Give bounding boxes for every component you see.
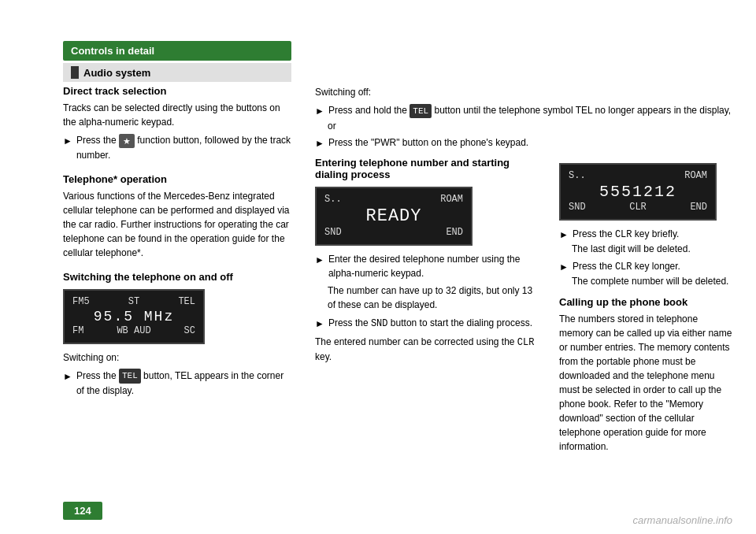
display-row-1: FM5 ST TEL (72, 295, 195, 309)
telephone-op-body: Various functions of the Mercedes-Benz i… (63, 189, 291, 260)
clr-bullet2: ► Press the CLR key longer. (559, 259, 732, 274)
switching-off-bullet2: ► Press the "PWR" button on the phone's … (315, 135, 732, 150)
clr-code-inline: CLR (517, 337, 535, 348)
display3-s: S.. (569, 169, 586, 183)
clr-text1: Press the CLR key briefly. (573, 227, 732, 242)
header-bar-title: Controls in detail (71, 45, 154, 57)
clr-note1: The last digit will be deleted. (572, 243, 732, 254)
direct-track-body: Tracks can be selected directly using th… (63, 101, 291, 129)
direct-track-bullet: ► Press the ★ function button, followed … (63, 133, 291, 162)
entering-correction: The entered number can be corrected usin… (315, 335, 536, 364)
page-container: Controls in detail Audio system Direct t… (0, 0, 756, 534)
display2-row1: S.. ROAM (324, 193, 463, 206)
switching-off-bullet1: ► Press and hold the TEL button until th… (315, 103, 732, 118)
bullet-arrow-6: ► (315, 317, 324, 331)
section-indicator (71, 66, 79, 79)
number-display-box: S.. ROAM 5551212 SND CLR END (559, 163, 717, 221)
switching-on-bullet: ► Press the TEL button, TEL appears in t… (63, 369, 291, 398)
display3-number: 5551212 (569, 183, 707, 201)
display2-roam: ROAM (440, 193, 463, 206)
radio-display-box: FM5 ST TEL 95.5 MHz FM WB AUD SC (63, 289, 205, 344)
direct-track-title: Direct track selection (63, 85, 291, 97)
page-number: 124 (63, 502, 102, 520)
star-function-button: ★ (119, 134, 135, 149)
display3-clr: CLR (629, 201, 647, 214)
switching-title: Switching the telephone on and off (63, 271, 291, 283)
header-bar: Controls in detail (63, 41, 291, 61)
entering-title: Entering telephone number and starting d… (315, 157, 536, 180)
display3-row3: SND CLR END (569, 201, 707, 214)
entering-text1: Enter the desired telephone number using… (328, 252, 536, 280)
direct-track-bullet-text: Press the ★ function button, followed by… (76, 133, 291, 162)
entering-section: Entering telephone number and starting d… (315, 157, 732, 454)
entering-left: Entering telephone number and starting d… (315, 157, 536, 454)
display-fm: FM (72, 324, 83, 338)
clr-code2: CLR (615, 261, 632, 273)
clr-text2: Press the CLR key longer. (573, 259, 732, 274)
bullet-arrow-2: ► (63, 369, 72, 398)
entering-bullet1: ► Enter the desired telephone number usi… (315, 252, 536, 280)
switching-on-label: Switching on: (63, 350, 291, 365)
display-sc: SC (184, 324, 195, 338)
clr-code1: CLR (615, 229, 632, 240)
display-frequency: 95.5 MHz (72, 309, 195, 324)
tel-button-box2: TEL (410, 104, 432, 119)
left-column: Direct track selection Tracks can be sel… (63, 85, 291, 495)
switching-off-text2: Press the "PWR" button on the phone's ke… (328, 135, 732, 150)
phonebook-body: The numbers stored in telephone memory c… (559, 312, 732, 454)
clr-note2: The complete number will be deleted. (572, 276, 732, 287)
phonebook-title: Calling up the phone book (559, 296, 732, 308)
section-bar: Audio system (63, 63, 291, 82)
bullet-arrow-7: ► (559, 228, 569, 242)
display2-snd: SND (324, 226, 342, 239)
display-row-3: FM WB AUD SC (72, 324, 195, 338)
display-tel: TEL (178, 295, 195, 309)
section-bar-label: Audio system (83, 67, 150, 79)
ready-display-box: S.. ROAM READY SND END (315, 187, 472, 246)
right-column: Switching off: ► Press and hold the TEL … (315, 85, 732, 495)
bullet-arrow-8: ► (559, 260, 569, 274)
clr-section: S.. ROAM 5551212 SND CLR END ► (559, 157, 732, 454)
display3-row1: S.. ROAM (569, 169, 707, 183)
bullet-arrow-3: ► (315, 104, 324, 118)
tel-button-box: TEL (119, 369, 141, 384)
snd-code: SND (371, 318, 388, 329)
entering-note: The number can have up to 32 digits, but… (328, 284, 536, 312)
or-label: or (328, 121, 732, 132)
display3-roam: ROAM (684, 169, 707, 183)
display3-snd: SND (569, 201, 586, 214)
display-wb-aud: WB AUD (117, 324, 150, 338)
display3-end: END (690, 201, 707, 214)
entering-bullet2: ► Press the SND button to start the dial… (315, 316, 536, 331)
display2-end: END (446, 226, 463, 239)
entering-text2: Press the SND button to start the dialin… (328, 316, 536, 331)
display2-s: S.. (324, 193, 342, 206)
bullet-arrow-4: ► (315, 136, 324, 150)
main-content: Direct track selection Tracks can be sel… (63, 85, 732, 495)
switching-off-text1: Press and hold the TEL button until the … (328, 103, 732, 118)
telephone-op-title: Telephone* operation (63, 173, 291, 185)
bullet-arrow-5: ► (315, 253, 324, 280)
bullet-arrow-1: ► (63, 134, 72, 162)
switching-on-text: Press the TEL button, TEL appears in the… (76, 369, 291, 398)
display-st: ST (128, 295, 139, 309)
display2-ready: READY (324, 206, 463, 226)
clr-bullet1: ► Press the CLR key briefly. (559, 227, 732, 242)
display2-row3: SND END (324, 226, 463, 239)
switching-off-label: Switching off: (315, 85, 732, 99)
watermark: carmanualsonline.info (633, 514, 732, 526)
display-fm5: FM5 (72, 295, 90, 309)
